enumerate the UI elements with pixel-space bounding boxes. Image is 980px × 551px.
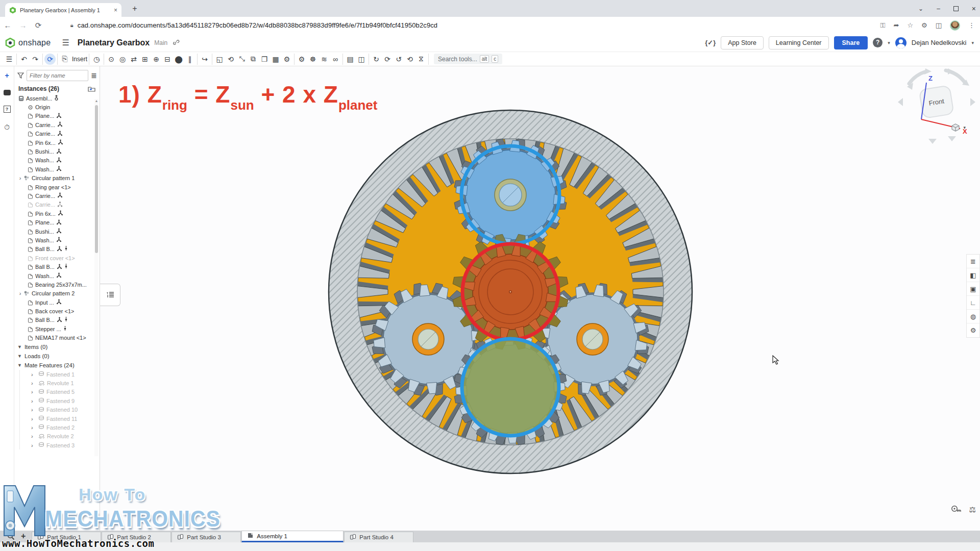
tree-section-header[interactable]: ▼Items (0) xyxy=(14,342,100,352)
cylindrical-mate-icon[interactable]: ⊕ xyxy=(151,54,162,65)
tree-item[interactable]: Back cover <1> xyxy=(14,307,100,315)
panel-scrollbar[interactable]: ▲ xyxy=(94,99,99,456)
move-tool-icon[interactable]: ⤡ xyxy=(236,54,248,65)
expand-icon[interactable]: › xyxy=(17,175,23,181)
slider-mate-icon[interactable]: ⇄ xyxy=(128,54,139,65)
sheet-metal-panel-icon[interactable]: ∟ xyxy=(967,296,979,310)
tree-item[interactable]: Stepper ... xyxy=(14,324,100,333)
tree-item[interactable]: Carrie... xyxy=(14,130,100,138)
revolute-mate-icon[interactable]: ◎ xyxy=(117,54,128,65)
assembly-features-list-icon[interactable]: ☰ xyxy=(4,54,15,65)
tree-item[interactable]: Wash... xyxy=(14,236,100,244)
reload-icon[interactable]: ⟳ xyxy=(31,21,46,30)
tree-item[interactable]: Wash... xyxy=(14,271,100,280)
update-linked-icon[interactable]: ⟳ xyxy=(44,54,56,65)
insert-label[interactable]: Insert xyxy=(72,56,87,63)
learning-center-button[interactable]: Learning Center xyxy=(769,36,829,49)
window-minimize-icon[interactable]: – xyxy=(937,5,940,12)
tree-item[interactable]: Ball B... xyxy=(14,316,100,324)
help-icon[interactable]: ? xyxy=(873,38,883,47)
view-options-caret-icon[interactable]: ▾ xyxy=(963,125,966,130)
tree-item[interactable]: Carrie... xyxy=(14,201,100,209)
doc-tab-part-studio-1[interactable]: Part Studio 1 xyxy=(32,532,101,542)
doc-tab-part-studio-2[interactable]: Part Studio 2 xyxy=(102,532,171,542)
tree-item[interactable]: Pin 6x... xyxy=(14,138,100,147)
tab-close-icon[interactable]: × xyxy=(114,7,117,14)
model-viewport[interactable]: 1) Zring = Zsun + 2 x Zplanet Front Z X … xyxy=(100,66,980,531)
expand-icon[interactable]: › xyxy=(31,407,36,413)
tree-item[interactable]: Ball B... xyxy=(14,245,100,254)
ball-mate-icon[interactable]: ⬤ xyxy=(173,54,184,65)
doc-tab-part-studio-3[interactable]: Part Studio 3 xyxy=(172,532,241,542)
featurescript-icon[interactable]: {✓} xyxy=(705,39,716,46)
expand-icon[interactable]: › xyxy=(31,442,36,448)
window-close-icon[interactable]: × xyxy=(972,5,976,13)
rotate-tool-icon[interactable]: ⟲ xyxy=(225,54,236,65)
key-icon[interactable]: ⚿︎ xyxy=(880,21,886,30)
doc-tab-part-studio-4[interactable]: Part Studio 4 xyxy=(344,532,413,542)
panel-flyout-handle[interactable] xyxy=(100,284,120,306)
tree-item[interactable]: Carrie... xyxy=(14,120,100,129)
expand-icon[interactable]: › xyxy=(17,290,23,296)
tree-item[interactable]: Bushi... xyxy=(14,227,100,236)
share-button[interactable]: Share xyxy=(834,36,868,49)
mate-feature-item[interactable]: ›Fastened 5 xyxy=(19,388,100,396)
mate-feature-item[interactable]: ›Fastened 9 xyxy=(19,396,100,405)
scrollbar-thumb[interactable] xyxy=(95,105,98,253)
screw-relation-icon[interactable]: ≋ xyxy=(318,54,330,65)
add-tab-icon[interactable]: + xyxy=(21,532,26,541)
send-icon[interactable]: ➦ xyxy=(893,21,899,29)
share-link-icon[interactable] xyxy=(173,39,180,46)
view-cube[interactable]: Front Z X xyxy=(895,62,979,146)
parts-panel-icon[interactable]: ▣ xyxy=(967,282,979,296)
tree-item[interactable]: Pin 6x... xyxy=(14,209,100,218)
filter-input[interactable] xyxy=(27,70,88,81)
expand-icon[interactable]: › xyxy=(31,416,36,422)
rack-relation-icon[interactable]: ☸ xyxy=(307,54,318,65)
tree-item[interactable]: Wash... xyxy=(14,165,100,173)
expand-icon[interactable]: › xyxy=(31,380,36,386)
mass-properties-icon[interactable]: ⚖ xyxy=(969,505,976,514)
help-caret-icon[interactable]: ▾ xyxy=(888,40,890,45)
redo-icon[interactable]: ↷ xyxy=(30,54,41,65)
browser-profile-avatar[interactable] xyxy=(950,20,960,31)
expand-icon[interactable]: › xyxy=(31,389,36,395)
animate-spin-icon[interactable]: ↺ xyxy=(393,54,404,65)
replicate-icon[interactable]: ⧉ xyxy=(248,54,259,65)
mate-connector-icon[interactable]: + xyxy=(5,71,9,80)
tree-item[interactable]: Plane... xyxy=(14,112,100,120)
parallel-mate-icon[interactable]: ∥ xyxy=(184,54,195,65)
tab-search-icon[interactable] xyxy=(7,533,15,540)
mate-feature-item[interactable]: ›Revolute 2 xyxy=(19,432,100,441)
mate-feature-item[interactable]: ›Fastened 11 xyxy=(19,414,100,423)
history-icon[interactable]: ◷ xyxy=(91,54,102,65)
back-icon[interactable]: ← xyxy=(0,21,15,30)
insert-instance-icon[interactable] xyxy=(88,86,95,92)
animate-turntable-icon[interactable]: ⧖ xyxy=(415,54,427,65)
animate-orbit-icon[interactable]: ⟲ xyxy=(404,54,415,65)
mate-feature-item[interactable]: ›Revolute 1 xyxy=(19,379,100,387)
onshape-logo[interactable]: onshape xyxy=(5,38,51,48)
exploded-view-icon[interactable]: ⚙ xyxy=(281,54,292,65)
tree-item[interactable]: ›Circular pattern 1 xyxy=(14,174,100,183)
tree-item[interactable]: Plane... xyxy=(14,218,100,227)
bookmark-star-icon[interactable]: ☆ xyxy=(907,21,913,29)
animate-rotate-icon[interactable]: ↻ xyxy=(371,54,382,65)
comments-icon[interactable] xyxy=(4,90,11,95)
tree-section-header[interactable]: ▼Loads (0) xyxy=(14,352,100,361)
list-view-icon[interactable]: ≣ xyxy=(91,71,97,80)
user-avatar[interactable] xyxy=(895,37,906,48)
tree-item[interactable]: Bushi... xyxy=(14,147,100,156)
app-store-button[interactable]: App Store xyxy=(721,36,764,49)
animate-revolve-icon[interactable]: ⟳ xyxy=(382,54,393,65)
scroll-up-icon[interactable]: ▲ xyxy=(94,99,99,103)
expand-icon[interactable]: › xyxy=(31,424,36,431)
tree-item[interactable]: Origin xyxy=(14,103,100,111)
collapse-icon[interactable]: ▼ xyxy=(17,354,22,359)
display-states-icon[interactable]: ◫ xyxy=(356,54,367,65)
planar-mate-icon[interactable]: ⊞ xyxy=(139,54,151,65)
window-restore-icon[interactable] xyxy=(953,6,959,11)
sidepanel-icon[interactable]: ◫ xyxy=(936,21,942,29)
workspace-branch[interactable]: Main xyxy=(154,39,167,46)
browser-tab[interactable]: Planetary Gearbox | Assembly 1 × xyxy=(5,3,121,17)
